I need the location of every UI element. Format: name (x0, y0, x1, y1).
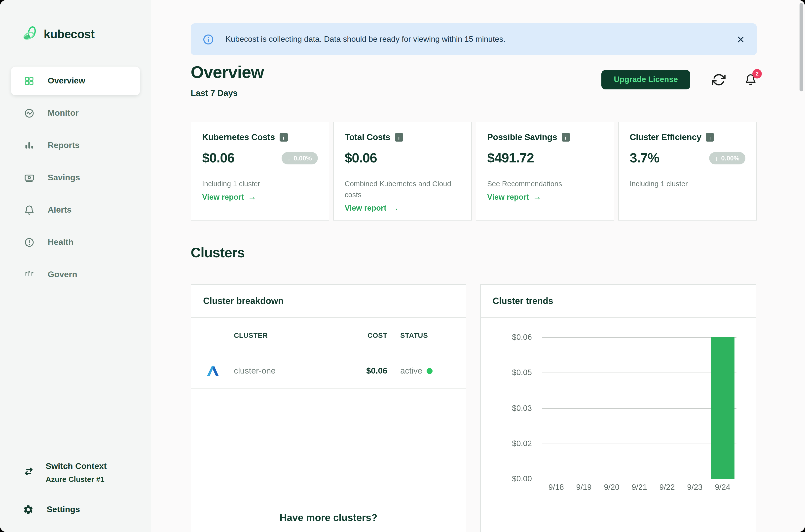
cluster-table-row[interactable]: cluster-one $0.06 active (191, 353, 466, 389)
sidebar-item-health[interactable]: Health (11, 228, 140, 257)
info-icon[interactable]: i (706, 133, 714, 141)
date-range-label: Last 7 Days (191, 89, 264, 98)
card-title: Kubernetes Costs (202, 132, 275, 142)
view-report-link[interactable]: View report→ (345, 203, 460, 213)
notification-count-badge: 2 (752, 69, 762, 78)
gridline (542, 408, 736, 408)
info-icon[interactable]: i (279, 133, 288, 141)
swap-arrows-icon (23, 466, 35, 478)
govern-flags-icon (24, 269, 35, 280)
kubecost-logo-mark (22, 26, 39, 43)
card-value: $491.72 (487, 151, 534, 166)
info-icon[interactable]: i (562, 133, 570, 141)
gridline (542, 479, 736, 479)
card-value: $0.06 (345, 151, 377, 166)
stat-card-kubernetes-costs: Kubernetes Costs i $0.06 ↓0.00% Includin… (191, 122, 329, 221)
sidebar-item-label: Savings (48, 173, 80, 183)
card-description: Including 1 cluster (630, 179, 745, 190)
card-title: Possible Savings (487, 132, 557, 142)
health-alert-icon (24, 237, 35, 248)
notifications-button[interactable]: 2 (744, 73, 757, 86)
gear-icon (23, 504, 34, 515)
panel-title: Cluster trends (481, 285, 756, 318)
gridline (542, 373, 736, 373)
savings-money-icon (24, 172, 35, 183)
delta-pill: ↓0.00% (281, 152, 318, 165)
refresh-icon[interactable] (712, 73, 726, 86)
sidebar-nav: Overview Monitor Reports (0, 66, 151, 292)
arrow-right-icon: → (248, 192, 256, 202)
sidebar-item-settings[interactable]: Settings (23, 504, 107, 515)
x-axis-tick-label: 9/22 (659, 483, 675, 492)
trend-bar[interactable] (711, 337, 734, 479)
clusters-panels-row: Cluster breakdown CLUSTER COST STATUS (191, 284, 757, 532)
cluster-status: active (387, 366, 457, 376)
x-axis-tick-label: 9/21 (632, 483, 647, 492)
sidebar-item-reports[interactable]: Reports (11, 131, 140, 160)
cluster-trends-chart: $0.06$0.05$0.03$0.02$0.00 9/189/199/209/… (481, 337, 756, 479)
x-axis-tick-label: 9/18 (549, 483, 564, 492)
sidebar: kubecost Overview Monitor (0, 0, 151, 532)
kubecost-window: kubecost Overview Monitor (0, 0, 805, 532)
y-axis-tick-label: $0.06 (512, 333, 532, 342)
main-content: Kubecost is collecting data. Data should… (151, 0, 805, 532)
monitor-pulse-icon (24, 108, 35, 119)
gridline (542, 337, 736, 338)
sidebar-item-govern[interactable]: Govern (11, 260, 140, 289)
sidebar-item-label: Overview (48, 76, 85, 86)
current-context-label: Azure Cluster #1 (46, 475, 107, 483)
card-title: Cluster Efficiency (630, 132, 701, 142)
table-header-row: CLUSTER COST STATUS (191, 318, 466, 353)
switch-context-texts: Switch Context Azure Cluster #1 (46, 461, 107, 483)
cluster-name: cluster-one (234, 366, 333, 376)
switch-context-button[interactable]: Switch Context Azure Cluster #1 (23, 461, 107, 483)
table-empty-area (191, 389, 466, 500)
sidebar-item-alerts[interactable]: Alerts (11, 196, 140, 225)
x-axis-tick-label: 9/24 (715, 483, 730, 492)
alerts-bell-icon (24, 205, 35, 215)
arrow-right-icon: → (533, 192, 541, 202)
view-report-link[interactable]: View report→ (487, 192, 603, 202)
sidebar-item-monitor[interactable]: Monitor (11, 99, 140, 128)
card-description: Combined Kubernetes and Cloud costs (345, 179, 452, 201)
sidebar-item-overview[interactable]: Overview (11, 66, 140, 95)
grid-icon (24, 76, 35, 87)
card-description: Including 1 cluster (202, 179, 318, 190)
sidebar-bottom: Switch Context Azure Cluster #1 Settings (23, 461, 107, 515)
page-title: Overview (191, 62, 264, 82)
stat-card-cluster-efficiency: Cluster Efficiency i 3.7% ↓0.00% Includi… (618, 122, 757, 221)
sidebar-item-savings[interactable]: Savings (11, 164, 140, 192)
azure-logo-icon (206, 364, 219, 378)
column-header-status: STATUS (387, 331, 457, 339)
cluster-trends-panel: Cluster trends $0.06$0.05$0.03$0.02$0.00… (480, 284, 756, 532)
gridline (542, 443, 736, 444)
banner-message: Kubecost is collecting data. Data should… (226, 35, 736, 44)
kubecost-logo: kubecost (22, 26, 94, 43)
arrow-down-icon: ↓ (287, 154, 290, 162)
cluster-cost: $0.06 (333, 366, 387, 376)
x-axis-tick-label: 9/19 (576, 483, 592, 492)
have-more-clusters-link[interactable]: Have more clusters? (191, 512, 466, 524)
info-banner: Kubecost is collecting data. Data should… (191, 23, 757, 55)
sidebar-item-label: Health (48, 238, 74, 247)
panel-title: Cluster breakdown (191, 285, 466, 318)
delta-pill: ↓0.00% (709, 152, 745, 165)
sidebar-item-label: Govern (48, 270, 77, 280)
info-icon[interactable]: i (395, 133, 403, 141)
y-axis: $0.06$0.05$0.03$0.02$0.00 (481, 337, 542, 479)
upgrade-license-button[interactable]: Upgrade License (601, 70, 690, 89)
card-value: $0.06 (202, 151, 234, 166)
y-axis-tick-label: $0.05 (512, 368, 532, 377)
column-header-cost: COST (333, 331, 387, 339)
x-axis-tick-label: 9/23 (687, 483, 703, 492)
close-icon[interactable] (736, 35, 745, 43)
x-axis-tick-label: 9/20 (604, 483, 619, 492)
sidebar-item-label: Alerts (48, 205, 72, 215)
card-title: Total Costs (345, 132, 390, 142)
page-header: Overview Last 7 Days Upgrade License (191, 62, 757, 98)
view-report-link[interactable]: View report→ (202, 192, 318, 202)
vertical-scrollbar[interactable] (800, 3, 803, 91)
arrow-down-icon: ↓ (715, 154, 718, 162)
reports-bars-icon (24, 140, 35, 151)
card-description: See Recommendations (487, 179, 603, 190)
